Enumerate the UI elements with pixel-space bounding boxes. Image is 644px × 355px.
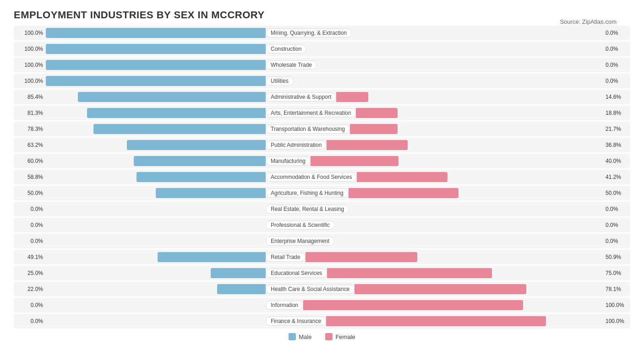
- industry-label: Professional & Scientific: [266, 221, 335, 230]
- female-bar-container: [355, 284, 574, 294]
- male-bar-container: [46, 316, 266, 326]
- bar-row: 22.0% Health Care & Social Assistance 78…: [14, 282, 630, 296]
- bar-row: 0.0% Information 100.0%: [14, 298, 630, 312]
- industry-label: Health Care & Social Assistance: [266, 285, 355, 294]
- industry-label: Agriculture, Fishing & Hunting: [266, 188, 349, 198]
- bar-row: 0.0% Finance & Insurance 100.0%: [14, 314, 630, 328]
- right-value: 50.0%: [603, 190, 630, 196]
- left-value: 100.0%: [14, 46, 46, 52]
- industry-label: Utilities: [266, 76, 294, 86]
- bars-and-label: Professional & Scientific: [46, 218, 603, 232]
- industry-label: Educational Services: [266, 269, 327, 278]
- male-bar-container: [46, 92, 266, 102]
- left-value: 100.0%: [14, 62, 46, 68]
- right-value: 50.9%: [603, 254, 630, 260]
- female-bar: [336, 92, 368, 102]
- female-bar-container: [327, 268, 547, 278]
- male-bar-container: [46, 76, 266, 86]
- legend-female: Female: [325, 333, 355, 340]
- left-value: 100.0%: [14, 30, 46, 36]
- bars-and-label: Construction: [46, 42, 603, 56]
- male-bar-container: [46, 156, 266, 166]
- bars-and-label: Health Care & Social Assistance: [46, 282, 603, 296]
- chart-container: 100.0% Mining, Quarrying, & Extraction 0…: [14, 26, 630, 328]
- left-value: 58.8%: [14, 174, 46, 180]
- right-value: 40.0%: [603, 158, 630, 164]
- female-bar-container: [306, 44, 526, 54]
- industry-label: Information: [266, 301, 303, 310]
- female-bar-container: [336, 92, 556, 102]
- bars-and-label: Accommodation & Food Services: [46, 170, 603, 184]
- bars-and-label: Public Administration: [46, 138, 603, 152]
- male-bar: [217, 284, 266, 294]
- male-bar-container: [46, 252, 266, 262]
- male-bar: [93, 124, 266, 134]
- industry-label: Construction: [266, 44, 306, 54]
- male-bar: [158, 252, 266, 262]
- industry-label: Administrative & Support: [266, 92, 336, 102]
- bar-row: 63.2% Public Administration 36.8%: [14, 138, 630, 152]
- left-value: 63.2%: [14, 142, 46, 148]
- industry-label: Public Administration: [266, 140, 327, 150]
- female-bar-container: [311, 156, 530, 166]
- bars-and-label: Real Estate, Rental & Leasing: [46, 202, 603, 216]
- industry-label: Arts, Entertainment & Recreation: [266, 108, 356, 118]
- male-bar-container: [46, 188, 266, 198]
- left-value: 100.0%: [14, 78, 46, 84]
- bars-and-label: Transportation & Warehousing: [46, 122, 603, 136]
- female-bar: [356, 108, 397, 118]
- male-bar-container: [46, 44, 266, 54]
- female-bar-container: [334, 236, 554, 246]
- bar-row: 100.0% Construction 0.0%: [14, 42, 630, 56]
- bar-row: 0.0% Enterprise Management 0.0%: [14, 234, 630, 248]
- bars-and-label: Administrative & Support: [46, 90, 603, 104]
- female-bar: [303, 300, 523, 310]
- left-value: 49.1%: [14, 254, 46, 260]
- bars-and-label: Educational Services: [46, 266, 603, 280]
- right-value: 75.0%: [603, 270, 630, 276]
- female-color-swatch: [325, 333, 333, 340]
- female-bar: [357, 172, 448, 182]
- right-value: 100.0%: [603, 318, 630, 324]
- left-value: 0.0%: [14, 302, 46, 308]
- left-value: 78.3%: [14, 126, 46, 132]
- right-value: 0.0%: [603, 238, 630, 244]
- female-bar-container: [352, 28, 572, 38]
- male-bar-container: [46, 28, 266, 38]
- bar-row: 0.0% Real Estate, Rental & Leasing 0.0%: [14, 202, 630, 216]
- legend: Male Female: [14, 333, 630, 340]
- bars-and-label: Arts, Entertainment & Recreation: [46, 106, 603, 120]
- left-value: 81.3%: [14, 110, 46, 116]
- male-bar-container: [46, 60, 266, 70]
- female-bar-container: [303, 300, 523, 310]
- right-value: 0.0%: [603, 78, 630, 84]
- left-value: 0.0%: [14, 238, 46, 244]
- industry-label: Enterprise Management: [266, 237, 334, 246]
- female-bar: [350, 124, 398, 134]
- left-value: 25.0%: [14, 270, 46, 276]
- female-bar-container: [327, 140, 546, 150]
- male-bar-container: [46, 236, 266, 246]
- bar-row: 100.0% Utilities 0.0%: [14, 74, 630, 88]
- bars-and-label: Manufacturing: [46, 154, 603, 168]
- industry-label: Accommodation & Food Services: [266, 172, 357, 182]
- female-bar: [355, 284, 526, 294]
- left-value: 50.0%: [14, 190, 46, 196]
- female-bar: [327, 268, 492, 278]
- bar-row: 78.3% Transportation & Warehousing 21.7%: [14, 122, 630, 136]
- female-label: Female: [335, 333, 355, 340]
- left-value: 60.0%: [14, 158, 46, 164]
- male-bar-container: [46, 284, 266, 294]
- male-bar: [136, 172, 266, 182]
- female-bar-container: [306, 252, 525, 262]
- male-bar-container: [46, 108, 266, 118]
- male-bar-container: [46, 124, 266, 134]
- female-bar: [306, 252, 417, 262]
- right-value: 21.7%: [603, 126, 630, 132]
- left-value: 85.4%: [14, 94, 46, 100]
- male-bar: [87, 108, 266, 118]
- male-bar-container: [46, 268, 266, 278]
- right-value: 14.6%: [603, 94, 630, 100]
- bars-and-label: Retail Trade: [46, 250, 603, 264]
- bar-row: 60.0% Manufacturing 40.0%: [14, 154, 630, 168]
